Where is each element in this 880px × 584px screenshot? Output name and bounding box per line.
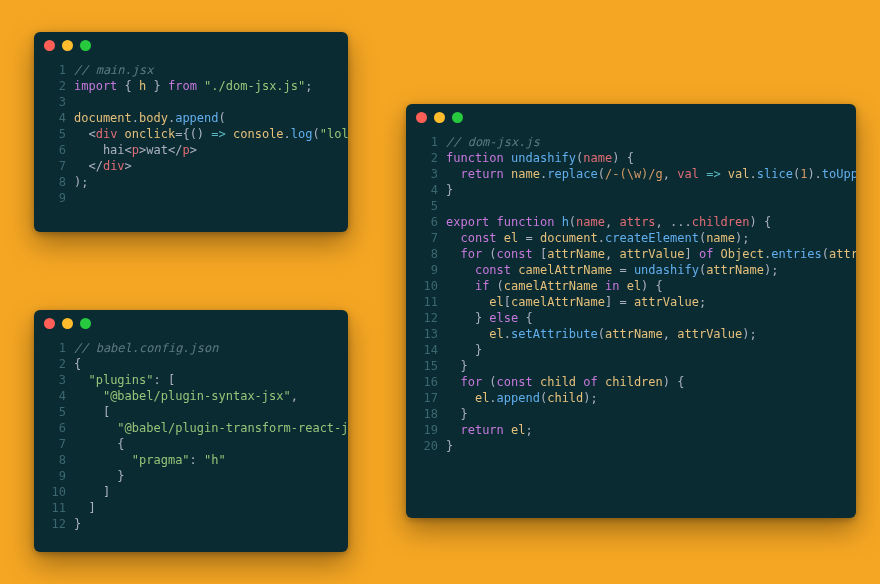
code-line: 2function undashify(name) { xyxy=(418,150,844,166)
code-body[interactable]: 1// dom-jsx.js2function undashify(name) … xyxy=(406,130,856,466)
line-content: } else { xyxy=(446,310,533,326)
code-line: 9 xyxy=(46,190,336,206)
maximize-icon[interactable] xyxy=(452,112,463,123)
code-line: 7 { xyxy=(46,436,336,452)
line-content: for (const child of children) { xyxy=(446,374,684,390)
line-content: } xyxy=(446,406,468,422)
code-line: 7 </div> xyxy=(46,158,336,174)
line-number: 19 xyxy=(418,422,438,438)
code-line: 1// babel.config.json xyxy=(46,340,336,356)
minimize-icon[interactable] xyxy=(62,318,73,329)
code-line: 9 const camelAttrName = undashify(attrNa… xyxy=(418,262,844,278)
line-number: 15 xyxy=(418,358,438,374)
line-content: el.append(child); xyxy=(446,390,598,406)
line-content: } xyxy=(74,468,125,484)
line-content: <div onclick={() => console.log("lol")}> xyxy=(74,126,348,142)
code-line: 6export function h(name, attrs, ...child… xyxy=(418,214,844,230)
minimize-icon[interactable] xyxy=(62,40,73,51)
code-line: 15 } xyxy=(418,358,844,374)
maximize-icon[interactable] xyxy=(80,40,91,51)
code-line: 9 } xyxy=(46,468,336,484)
code-line: 8 for (const [attrName, attrValue] of Ob… xyxy=(418,246,844,262)
line-number: 5 xyxy=(418,198,438,214)
line-content: [ xyxy=(74,404,110,420)
line-content: return name.replace(/-(\w)/g, val => val… xyxy=(446,166,856,182)
line-number: 6 xyxy=(46,420,66,436)
code-line: 3 xyxy=(46,94,336,110)
code-line: 6 "@babel/plugin-transform-react-jsx", xyxy=(46,420,336,436)
line-content: el[camelAttrName] = attrValue; xyxy=(446,294,706,310)
line-number: 18 xyxy=(418,406,438,422)
code-line: 10 if (camelAttrName in el) { xyxy=(418,278,844,294)
close-icon[interactable] xyxy=(44,40,55,51)
line-number: 1 xyxy=(46,340,66,356)
close-icon[interactable] xyxy=(44,318,55,329)
line-number: 2 xyxy=(46,78,66,94)
line-number: 11 xyxy=(46,500,66,516)
line-content: el.setAttribute(attrName, attrValue); xyxy=(446,326,757,342)
line-content: } xyxy=(74,516,81,532)
line-number: 4 xyxy=(46,388,66,404)
code-editor-main: 1// main.jsx2import { h } from "./dom-js… xyxy=(34,32,348,232)
code-editor-domjsx: 1// dom-jsx.js2function undashify(name) … xyxy=(406,104,856,518)
code-line: 12} xyxy=(46,516,336,532)
code-line: 5 xyxy=(418,198,844,214)
window-titlebar xyxy=(406,104,856,130)
code-editor-babel: 1// babel.config.json2{3 "plugins": [4 "… xyxy=(34,310,348,552)
line-content: </div> xyxy=(74,158,132,174)
line-content: { xyxy=(74,436,125,452)
code-line: 16 for (const child of children) { xyxy=(418,374,844,390)
line-number: 8 xyxy=(418,246,438,262)
page-background: 1// main.jsx2import { h } from "./dom-js… xyxy=(0,0,880,584)
line-content: import { h } from "./dom-jsx.js"; xyxy=(74,78,313,94)
line-number: 3 xyxy=(46,94,66,110)
line-content: hai<p>wat</p> xyxy=(74,142,197,158)
line-content: const el = document.createElement(name); xyxy=(446,230,750,246)
line-number: 2 xyxy=(46,356,66,372)
code-line: 11 ] xyxy=(46,500,336,516)
line-content: { xyxy=(74,356,81,372)
code-line: 3 "plugins": [ xyxy=(46,372,336,388)
line-number: 6 xyxy=(46,142,66,158)
line-number: 1 xyxy=(418,134,438,150)
close-icon[interactable] xyxy=(416,112,427,123)
line-number: 9 xyxy=(46,468,66,484)
maximize-icon[interactable] xyxy=(80,318,91,329)
code-line: 14 } xyxy=(418,342,844,358)
line-number: 7 xyxy=(418,230,438,246)
code-line: 18 } xyxy=(418,406,844,422)
line-content: "@babel/plugin-transform-react-jsx", xyxy=(74,420,348,436)
code-line: 4} xyxy=(418,182,844,198)
code-line: 1// main.jsx xyxy=(46,62,336,78)
code-line: 1// dom-jsx.js xyxy=(418,134,844,150)
line-number: 13 xyxy=(418,326,438,342)
line-number: 4 xyxy=(418,182,438,198)
code-line: 17 el.append(child); xyxy=(418,390,844,406)
line-number: 4 xyxy=(46,110,66,126)
line-content: if (camelAttrName in el) { xyxy=(446,278,663,294)
line-number: 11 xyxy=(418,294,438,310)
line-number: 1 xyxy=(46,62,66,78)
minimize-icon[interactable] xyxy=(434,112,445,123)
line-number: 6 xyxy=(418,214,438,230)
line-content: ] xyxy=(74,500,96,516)
line-content: export function h(name, attrs, ...childr… xyxy=(446,214,771,230)
line-number: 5 xyxy=(46,404,66,420)
code-line: 4document.body.append( xyxy=(46,110,336,126)
line-content: } xyxy=(446,182,453,198)
line-content: "@babel/plugin-syntax-jsx", xyxy=(74,388,298,404)
line-number: 7 xyxy=(46,158,66,174)
line-content: // dom-jsx.js xyxy=(446,134,540,150)
window-titlebar xyxy=(34,310,348,336)
line-number: 20 xyxy=(418,438,438,454)
line-number: 8 xyxy=(46,174,66,190)
code-body[interactable]: 1// main.jsx2import { h } from "./dom-js… xyxy=(34,58,348,218)
line-content: "pragma": "h" xyxy=(74,452,226,468)
line-content: const camelAttrName = undashify(attrName… xyxy=(446,262,778,278)
line-number: 10 xyxy=(46,484,66,500)
code-line: 12 } else { xyxy=(418,310,844,326)
code-body[interactable]: 1// babel.config.json2{3 "plugins": [4 "… xyxy=(34,336,348,544)
line-content: } xyxy=(446,358,468,374)
line-content: document.body.append( xyxy=(74,110,226,126)
line-number: 9 xyxy=(418,262,438,278)
